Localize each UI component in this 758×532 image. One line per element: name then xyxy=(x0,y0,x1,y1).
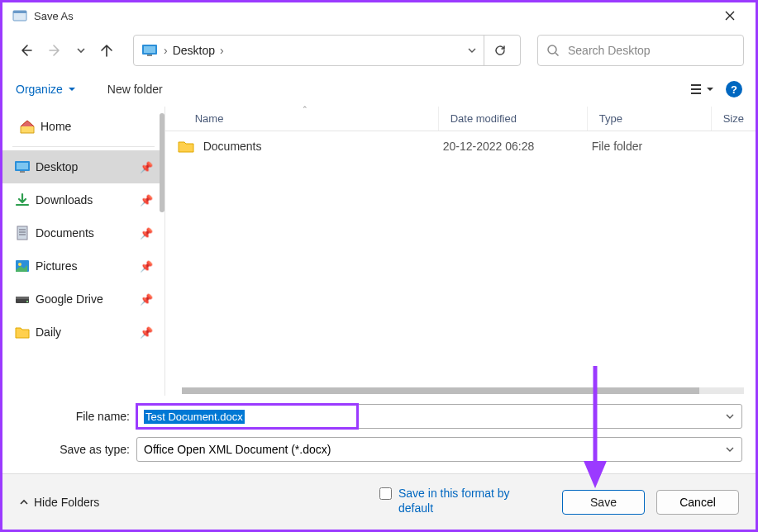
chevron-down-icon[interactable] xyxy=(725,411,735,421)
sort-indicator-icon: ⌃ xyxy=(302,105,308,113)
format-checkbox[interactable] xyxy=(379,487,392,500)
sidebar-item-label: Desktop xyxy=(36,160,78,173)
pin-icon: 📌 xyxy=(140,293,153,306)
pin-icon: 📌 xyxy=(140,161,153,173)
desktop-icon xyxy=(14,159,31,174)
sidebar-item-downloads[interactable]: Downloads 📌 xyxy=(2,183,164,216)
savetype-field[interactable]: Office Open XML Document (*.docx) xyxy=(136,437,742,462)
column-label: Name xyxy=(195,112,224,125)
pin-icon: 📌 xyxy=(140,227,153,240)
window-title: Save As xyxy=(34,10,711,22)
breadcrumb-dropdown[interactable] xyxy=(460,45,484,55)
save-button[interactable]: Save xyxy=(562,490,645,515)
pin-icon: 📌 xyxy=(140,260,153,273)
horizontal-scrollbar[interactable] xyxy=(182,387,744,394)
sidebar-item-google-drive[interactable]: Google Drive 📌 xyxy=(2,283,164,316)
monitor-icon xyxy=(141,43,159,58)
sidebar-item-label: Downloads xyxy=(36,193,93,207)
close-button[interactable] xyxy=(711,2,749,29)
svg-rect-4 xyxy=(147,55,152,56)
svg-point-5 xyxy=(548,45,556,54)
svg-rect-7 xyxy=(17,163,28,169)
sidebar-item-daily[interactable]: Daily 📌 xyxy=(2,316,164,349)
toolbar: Organize New folder ? xyxy=(2,72,756,107)
sidebar-item-home[interactable]: Home xyxy=(2,110,164,143)
file-list: ⌃ Name Date modified Type Size Documents… xyxy=(164,107,756,396)
column-type[interactable]: Type xyxy=(587,107,711,131)
list-icon xyxy=(689,83,703,95)
chevron-down-icon xyxy=(706,85,714,93)
hide-folders-button[interactable]: Hide Folders xyxy=(19,496,99,509)
app-icon xyxy=(12,8,27,23)
sidebar-item-label: Documents xyxy=(36,226,94,240)
organize-menu[interactable]: Organize xyxy=(16,83,76,96)
home-icon xyxy=(19,119,36,134)
chevron-right-icon: › xyxy=(217,44,227,57)
file-date: 20-12-2022 06:28 xyxy=(443,140,592,153)
savetype-value: Office Open XML Document (*.docx) xyxy=(144,443,331,456)
column-name[interactable]: ⌃ Name xyxy=(165,107,438,131)
back-button[interactable] xyxy=(14,39,37,62)
scrollbar-thumb[interactable] xyxy=(182,387,699,394)
chevron-down-icon[interactable] xyxy=(725,444,735,454)
drive-icon xyxy=(14,292,31,306)
recent-dropdown[interactable] xyxy=(74,39,88,62)
new-folder-button[interactable]: New folder xyxy=(107,83,163,96)
savetype-label: Save as type: xyxy=(16,443,136,456)
filename-label: File name: xyxy=(16,410,136,423)
chevron-down-icon xyxy=(68,85,76,93)
column-size[interactable]: Size xyxy=(711,107,756,131)
nav-row: › Desktop › xyxy=(2,29,756,72)
sidebar-item-label: Pictures xyxy=(36,259,78,273)
download-icon xyxy=(14,192,31,207)
svg-rect-13 xyxy=(16,297,29,299)
up-button[interactable] xyxy=(95,39,118,62)
column-headers: ⌃ Name Date modified Type Size xyxy=(165,107,756,131)
sidebar-item-documents[interactable]: Documents 📌 xyxy=(2,216,164,249)
refresh-button[interactable] xyxy=(484,35,515,66)
help-button[interactable]: ? xyxy=(726,81,742,97)
folder-icon xyxy=(177,139,200,154)
hide-folders-label: Hide Folders xyxy=(34,496,99,509)
forward-button[interactable] xyxy=(44,39,67,62)
file-type: File folder xyxy=(592,140,716,153)
svg-rect-1 xyxy=(13,11,26,13)
svg-point-14 xyxy=(26,301,28,302)
format-checkbox-label: Save in this format by default xyxy=(398,486,539,515)
pin-icon: 📌 xyxy=(140,194,153,207)
filename-field[interactable]: Test Document.docx xyxy=(136,404,742,429)
column-date[interactable]: Date modified xyxy=(438,107,587,131)
format-checkbox-group[interactable]: Save in this format by default xyxy=(379,486,539,515)
sidebar-item-desktop[interactable]: Desktop 📌 xyxy=(2,150,164,183)
filename-value[interactable]: Test Document.docx xyxy=(144,410,245,424)
cancel-button[interactable]: Cancel xyxy=(656,490,739,515)
view-menu[interactable] xyxy=(686,80,717,98)
sidebar: Home Desktop 📌 Downloads 📌 Documents 📌 xyxy=(2,107,164,396)
search-input[interactable] xyxy=(568,44,735,57)
sidebar-item-label: Daily xyxy=(36,325,61,339)
divider xyxy=(12,146,155,147)
organize-label: Organize xyxy=(16,83,63,96)
file-row[interactable]: Documents 20-12-2022 06:28 File folder xyxy=(165,131,756,161)
pictures-icon xyxy=(14,259,31,273)
chevron-up-icon xyxy=(19,497,29,507)
sidebar-item-pictures[interactable]: Pictures 📌 xyxy=(2,249,164,283)
svg-rect-9 xyxy=(17,226,27,240)
folder-icon xyxy=(14,325,31,340)
search-box[interactable] xyxy=(537,35,744,66)
breadcrumb[interactable]: › Desktop › xyxy=(133,35,521,66)
document-icon xyxy=(14,226,31,240)
sidebar-item-label: Google Drive xyxy=(36,292,103,306)
breadcrumb-location[interactable]: Desktop xyxy=(171,44,217,57)
footer: Hide Folders Save in this format by defa… xyxy=(2,473,756,530)
svg-rect-3 xyxy=(144,46,155,53)
search-icon xyxy=(546,44,560,57)
sidebar-item-label: Home xyxy=(41,120,71,133)
main-area: Home Desktop 📌 Downloads 📌 Documents 📌 xyxy=(2,107,756,396)
titlebar: Save As xyxy=(2,2,756,29)
svg-rect-8 xyxy=(20,171,25,173)
pin-icon: 📌 xyxy=(140,326,153,339)
file-name: Documents xyxy=(203,140,443,153)
chevron-right-icon: › xyxy=(160,44,171,57)
svg-point-11 xyxy=(18,263,21,266)
